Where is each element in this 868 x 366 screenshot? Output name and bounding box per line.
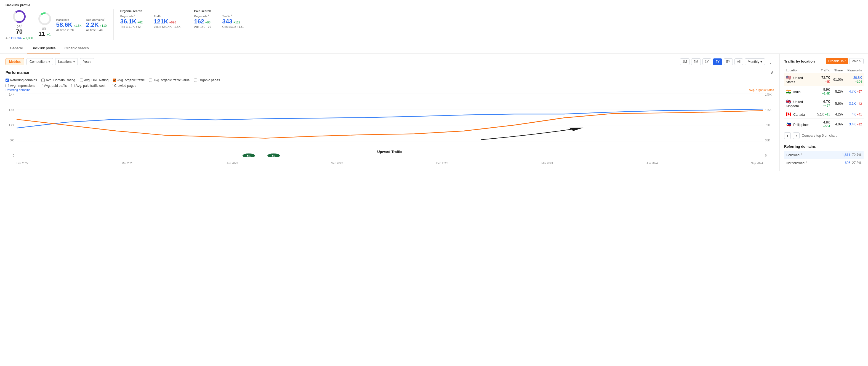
paid-traffic-value: 343 [222, 19, 232, 25]
checkbox-referring-domains[interactable]: Referring domains [5, 78, 37, 82]
flag-icon: 🇮🇳 [786, 89, 791, 94]
paid-keywords-change: +88 [205, 21, 211, 24]
toolbar-left: Metrics Competitors ▾ Locations ▾ Years [5, 58, 678, 65]
checkbox-avg-impressions-input[interactable] [5, 84, 9, 87]
checkbox-crawled-pages[interactable]: Crawled pages [110, 84, 136, 88]
time-1y[interactable]: 1Y [703, 59, 712, 65]
traffic-change: +11 [825, 113, 830, 116]
checkbox-avg-domain-rating-input[interactable] [41, 78, 45, 82]
locations-dropdown[interactable]: Locations ▾ [55, 58, 78, 65]
traffic-value: 9.9K [823, 88, 830, 92]
right-axis-0: 0 [765, 154, 767, 157]
left-axis-1200: 1.2K [8, 124, 14, 127]
top-bar: Backlink profile DR i 70 AR 113,764 ▲1,0… [0, 0, 868, 43]
traffic-value: 4.8K [823, 121, 830, 124]
country-name: India [793, 90, 800, 94]
ref-values: 606 27.3% [845, 161, 861, 165]
col-traffic: Traffic [814, 68, 832, 73]
checkbox-avg-url-rating[interactable]: Avg. URL Rating [80, 78, 109, 82]
organic-search-section: Organic search Keywords i 36.1K +62 Top … [120, 9, 188, 28]
ref-label: Followed i [786, 153, 802, 157]
next-nav-button[interactable]: › [793, 132, 800, 139]
organic-keywords-stat: Keywords i 36.1K +62 Top 3 1.7K +42 [120, 14, 143, 28]
organic-paid-pills: Organic 157 Paid 5 [826, 58, 864, 64]
checkbox-avg-organic-traffic[interactable]: Avg. organic traffic [113, 78, 145, 82]
location-table: Location Traffic Share Keywords 🇺🇸 Unite… [784, 68, 864, 130]
checkbox-avg-paid-traffic-cost-input[interactable] [71, 84, 74, 87]
prev-nav-button[interactable]: ‹ [784, 132, 791, 139]
ref-domain-row: Not followed i 606 27.3% [784, 159, 864, 167]
organic-traffic-value: 121K [154, 19, 168, 25]
metrics-button[interactable]: Metrics [5, 58, 24, 65]
keywords-cell: 3.1K −42 [844, 97, 864, 110]
tab-general[interactable]: General [5, 43, 27, 54]
left-panel: Metrics Competitors ▾ Locations ▾ Years … [0, 54, 780, 171]
location-table-row: 🇮🇳 India 9.9K +1.4K 8.2% 4.7K −67 [784, 86, 864, 97]
left-axis-0: 0 [13, 154, 14, 157]
ref-domains-change: +110 [100, 24, 107, 27]
tab-backlink-profile[interactable]: Backlink profile [27, 43, 60, 54]
checkbox-organic-pages[interactable]: Organic pages [194, 78, 220, 82]
tab-organic-search[interactable]: Organic search [60, 43, 93, 54]
paid-keywords-sub: Ads 150 +79 [194, 25, 211, 28]
paid-traffic-change: +129 [234, 21, 240, 24]
dr-value: 70 [16, 28, 23, 35]
keywords-value: 4K [852, 112, 856, 116]
country-name: Canada [793, 113, 805, 117]
checkbox-avg-url-rating-input[interactable] [80, 78, 83, 82]
time-6m[interactable]: 6M [691, 59, 701, 65]
time-5y[interactable]: 5Y [724, 59, 733, 65]
checkbox-crawled-pages-input[interactable] [110, 84, 113, 87]
top-bar-title: Backlink profile [5, 3, 863, 7]
traffic-change: +564 [823, 125, 830, 128]
monthly-dropdown[interactable]: Monthly ▾ [745, 59, 765, 65]
col-keywords: Keywords [844, 68, 864, 73]
checkbox-referring-domains-label: Referring domains [10, 78, 37, 82]
chart-container: Referring domains Avg. organic traffic 2… [5, 93, 774, 165]
checkbox-avg-paid-traffic-cost[interactable]: Avg. paid traffic cost [71, 84, 105, 88]
flag-icon: 🇨🇦 [786, 112, 791, 117]
col-share: Share [832, 68, 844, 73]
x-label-mar2024: Mar 2024 [541, 162, 553, 165]
paid-search-section: Paid search Keywords i 162 +88 Ads 150 +… [194, 9, 250, 28]
time-all[interactable]: All [735, 59, 743, 65]
backlinks-sub: All time 202K [56, 28, 82, 32]
years-label: Years [83, 60, 91, 64]
time-1m[interactable]: 1M [680, 59, 689, 65]
time-2y[interactable]: 2Y [713, 59, 722, 65]
organic-pill-button[interactable]: Organic 157 [826, 58, 848, 64]
checkbox-organic-pages-input[interactable] [194, 78, 197, 82]
years-button[interactable]: Years [80, 58, 94, 65]
performance-title: Performance [5, 70, 29, 75]
checkbox-avg-organic-traffic-value[interactable]: Avg. organic traffic value [149, 78, 190, 82]
flag-icon: 🇬🇧 [786, 99, 791, 104]
competitors-chevron-icon: ▾ [49, 60, 50, 63]
checkbox-avg-organic-traffic-input[interactable] [113, 78, 116, 82]
more-options-button[interactable]: ⋮ [767, 59, 774, 65]
compare-row: ‹ › Compare top 5 on chart [784, 132, 864, 139]
organic-traffic-change: −996 [169, 21, 176, 24]
checkbox-avg-paid-traffic-cost-label: Avg. paid traffic cost [75, 84, 105, 88]
paid-pill-button[interactable]: Paid 5 [849, 58, 864, 64]
checkbox-avg-domain-rating[interactable]: Avg. Domain Rating [41, 78, 75, 82]
ur-change: +1 [46, 33, 51, 37]
paid-keywords-value: 162 [194, 19, 204, 25]
keywords-change: −67 [857, 90, 862, 93]
checkbox-avg-organic-traffic-value-input[interactable] [149, 78, 152, 82]
ur-donut [37, 11, 52, 26]
flag-icon: 🇵🇭 [786, 122, 791, 127]
locations-chevron-icon: ▾ [73, 60, 75, 63]
collapse-button[interactable]: ∧ [771, 70, 774, 75]
ref-label: Not followed i [786, 160, 807, 165]
checkbox-avg-paid-traffic[interactable]: Avg. paid traffic [40, 84, 67, 88]
share-cell: 5.6% [832, 97, 844, 110]
checkbox-avg-impressions[interactable]: Avg. Impressions [5, 84, 35, 88]
x-label-sep2024: Sep 2024 [751, 162, 763, 165]
ref-domains-label: Ref. domains i [86, 18, 106, 22]
stats-row: DR i 70 AR 113,764 ▲1,080 UR i 11 +1 B [5, 9, 863, 40]
checkbox-avg-paid-traffic-input[interactable] [40, 84, 43, 87]
main-layout: Metrics Competitors ▾ Locations ▾ Years … [0, 54, 868, 171]
checkbox-referring-domains-input[interactable] [5, 78, 9, 82]
competitors-dropdown[interactable]: Competitors ▾ [27, 58, 53, 65]
paid-traffic-sub: Cost $328 +131 [222, 25, 244, 28]
